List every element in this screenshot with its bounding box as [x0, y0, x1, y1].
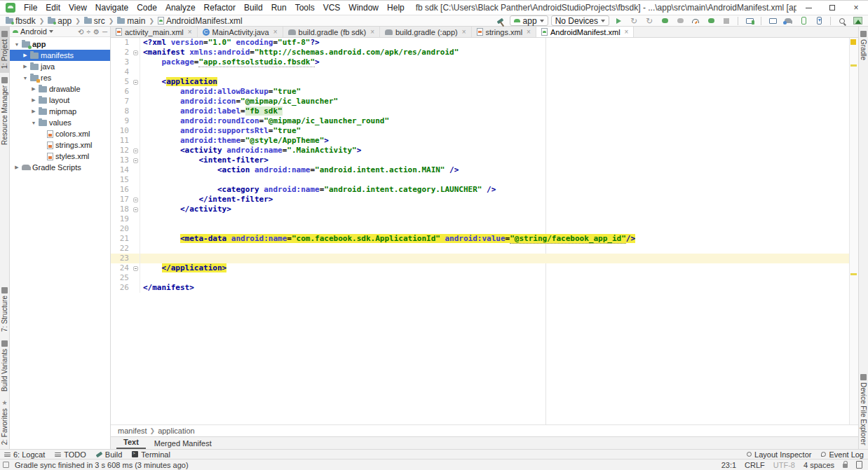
code-line[interactable]: 25 [111, 273, 858, 283]
tab-close-icon[interactable]: × [625, 28, 629, 36]
settings-gear-icon[interactable]: ⚙ [93, 28, 100, 36]
tool-stripe-1-project[interactable]: 1: Project [0, 27, 10, 73]
fold-marker-icon[interactable] [133, 50, 138, 55]
fold-marker-icon[interactable] [133, 198, 138, 202]
manifest-tab-text[interactable]: Text [116, 436, 146, 449]
tree-chevron-icon[interactable]: ▼ [14, 42, 20, 47]
code-line[interactable]: 10 android:supportsRtl="true" [111, 126, 858, 136]
breadcrumb-item[interactable]: src [83, 16, 107, 26]
toolwindow-toggle-icon[interactable] [3, 462, 9, 468]
tree-item-styles-xml[interactable]: styles.xml [10, 151, 110, 162]
tree-item-java[interactable]: ▶java [10, 61, 110, 72]
menu-item-navigate[interactable]: Navigate [91, 1, 133, 14]
rerun-disabled-icon[interactable]: ↻ [628, 15, 640, 26]
breadcrumb-item[interactable]: main [116, 16, 147, 26]
code-line[interactable]: 13 <intent-filter> [111, 155, 858, 165]
code-line[interactable]: 6 android:allowBackup="true" [111, 87, 858, 97]
screen-reader-icon[interactable] [856, 461, 862, 469]
tab-close-icon[interactable]: × [370, 28, 374, 36]
editor-tab-androidmanifest-xml[interactable]: AndroidManifest.xml× [536, 27, 635, 37]
tree-item-mipmap[interactable]: ▶mipmap [10, 106, 110, 117]
build-hammer-icon[interactable] [494, 15, 507, 26]
toolwindow-button-todo[interactable]: TODO [55, 450, 86, 459]
menu-item-tools[interactable]: Tools [291, 1, 319, 14]
tool-stripe-device-file-explorer[interactable]: Device File Explorer [860, 370, 867, 449]
code-line[interactable]: 11 android:theme="@style/AppTheme"> [111, 136, 858, 146]
avd-manager-icon[interactable] [813, 15, 825, 26]
tab-close-icon[interactable]: × [462, 28, 466, 36]
code-line[interactable]: 2<manifest xmlns:android="http://schemas… [111, 48, 858, 57]
tree-chevron-icon[interactable]: ▼ [22, 76, 28, 81]
tree-chevron-icon[interactable]: ▶ [31, 86, 36, 92]
code-line[interactable]: 4 [111, 67, 858, 77]
search-everywhere-icon[interactable] [836, 15, 848, 26]
editor-tab-mainactivity-java[interactable]: CMainActivity.java× [198, 27, 283, 37]
menu-item-file[interactable]: File [20, 1, 41, 14]
run-configuration-dropdown[interactable]: app [510, 15, 548, 26]
locate-icon[interactable]: ⟲ [78, 28, 83, 36]
editor-tab-activity-main-xml[interactable]: activity_main.xml× [111, 27, 198, 37]
menu-item-run[interactable]: Run [267, 1, 291, 14]
tab-close-icon[interactable]: × [273, 28, 278, 36]
tree-item-app[interactable]: ▼app [10, 39, 110, 50]
tree-item-manifests[interactable]: ▶manifests [10, 50, 110, 61]
tree-item-colors-xml[interactable]: colors.xml [10, 128, 110, 139]
tree-chevron-icon[interactable]: ▶ [14, 165, 20, 170]
tree-item-strings-xml[interactable]: strings.xml [10, 139, 110, 151]
tree-item-values[interactable]: ▼values [10, 117, 110, 128]
toolwindow-button-event-log[interactable]: Event Log [821, 450, 864, 459]
code-line[interactable]: 8 android:label="fb sdk" [111, 106, 858, 116]
inspection-status-icon[interactable] [850, 39, 856, 45]
highlight-mark[interactable] [850, 64, 857, 67]
code-line[interactable]: 9 android:roundIcon="@mipmap/ic_launcher… [111, 116, 858, 126]
code-line[interactable]: 26</manifest> [111, 283, 858, 293]
manifest-tab-merged-manifest[interactable]: Merged Manifest [147, 438, 219, 449]
code-line[interactable]: 5 <application [111, 77, 858, 87]
caret-position[interactable]: 23:1 [721, 461, 736, 469]
hide-panel-icon[interactable]: ─ [102, 28, 107, 36]
tree-chevron-icon[interactable]: ▶ [31, 97, 36, 103]
maximize-button[interactable] [820, 1, 844, 15]
toolwindow-button-6-logcat[interactable]: 6: Logcat [4, 450, 45, 459]
line-separator[interactable]: CRLF [745, 461, 765, 469]
tool-stripe-gradle[interactable]: Gradle [860, 27, 867, 64]
xml-breadcrumb-item[interactable]: application [158, 427, 195, 435]
tree-chevron-icon[interactable]: ▶ [22, 53, 28, 58]
code-line[interactable]: 17 </intent-filter> [111, 195, 858, 205]
menu-item-analyze[interactable]: Analyze [161, 1, 200, 14]
menu-item-view[interactable]: View [65, 1, 91, 14]
gradle-sync-icon[interactable] [782, 15, 794, 26]
code-line[interactable]: 21 <meta-data android:name="com.facebook… [111, 234, 858, 244]
code-line[interactable]: 3 package="app.softsolstudio.fbsdk"> [111, 57, 858, 67]
error-stripe-scrollbar[interactable] [849, 38, 858, 424]
xml-breadcrumb-item[interactable]: manifest [118, 427, 147, 435]
close-button[interactable]: × [844, 1, 868, 15]
tree-item-res[interactable]: ▼res [10, 72, 110, 83]
toolwindow-button-layout-inspector[interactable]: Layout Inspector [747, 450, 811, 459]
code-line[interactable]: 16 <category android:name="android.inten… [111, 185, 858, 195]
minimize-button[interactable] [796, 1, 820, 15]
tree-chevron-icon[interactable]: ▶ [31, 109, 36, 114]
project-view-selector[interactable]: Android [20, 27, 47, 36]
tool-stripe-resource-manager[interactable]: Resource Manager [0, 73, 10, 149]
code-line[interactable]: 23 [111, 254, 858, 263]
run-icon[interactable] [612, 15, 625, 26]
breadcrumb-item[interactable]: app [46, 16, 73, 26]
menu-item-code[interactable]: Code [133, 1, 161, 14]
readonly-lock-icon[interactable] [843, 464, 848, 468]
device-selector-dropdown[interactable]: No Devices [551, 15, 609, 26]
breadcrumb-item[interactable]: fbsdk [4, 16, 37, 26]
attach-debugger-disabled-icon[interactable] [674, 15, 686, 26]
tool-stripe-build-variants[interactable]: Build Variants [1, 336, 8, 396]
menu-item-help[interactable]: Help [383, 1, 409, 14]
code-line[interactable]: 20 [111, 224, 858, 234]
menu-item-refactor[interactable]: Refactor [200, 1, 240, 14]
tool-stripe-2-favorites[interactable]: ★2: Favorites [1, 396, 8, 449]
apply-changes-disabled-icon[interactable]: ↻ [643, 15, 656, 26]
tool-stripe-7-structure[interactable]: 7: Structure [1, 283, 8, 336]
image-asset-icon[interactable] [851, 15, 864, 26]
menu-item-edit[interactable]: Edit [41, 1, 65, 14]
tree-chevron-icon[interactable]: ▼ [31, 120, 36, 125]
indent-setting[interactable]: 4 spaces [803, 461, 834, 469]
editor-tab-build-gradle-app-[interactable]: build.gradle (:app)× [380, 27, 472, 37]
